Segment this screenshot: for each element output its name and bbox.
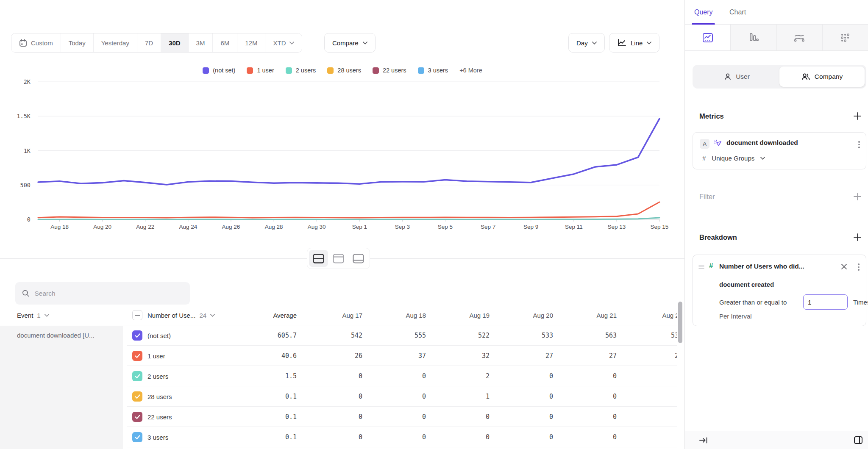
line-chart-tab-icon xyxy=(702,33,713,43)
row-checkbox[interactable] xyxy=(132,330,142,341)
day-value: 26 xyxy=(299,346,362,366)
layout-toggle-group xyxy=(307,248,370,269)
row-label: 1 user xyxy=(147,346,165,366)
segment-company[interactable]: Company xyxy=(779,67,865,87)
y-axis-tick-label: 500 xyxy=(20,182,31,188)
breakdown-event-name: document created xyxy=(719,281,774,288)
segment-user[interactable]: User xyxy=(694,67,779,87)
row-label: 22 users xyxy=(147,407,172,427)
metric-card[interactable]: A document downloaded # Unique Groups xyxy=(693,132,866,169)
chevron-down-icon xyxy=(760,157,765,160)
layout-toggle-chart-only[interactable] xyxy=(329,250,348,267)
day-value: 0 xyxy=(299,427,362,447)
group-column-header[interactable]: Number of Use... 24 xyxy=(147,305,215,325)
day-value: 28 xyxy=(619,346,677,366)
day-value: 0 xyxy=(299,386,362,407)
row-label: (not set) xyxy=(147,325,171,346)
chart-type-tab-grid[interactable] xyxy=(823,25,868,50)
metric-options-kebab[interactable] xyxy=(858,141,860,148)
add-metric-button[interactable] xyxy=(853,111,862,121)
metrics-heading: Metrics xyxy=(699,112,724,120)
table-row: 1 user40.6263732272728 xyxy=(0,346,677,366)
row-checkbox[interactable] xyxy=(132,351,142,361)
day-value: 536 xyxy=(619,325,677,346)
indeterminate-checkbox-icon xyxy=(132,310,142,320)
table-search xyxy=(15,282,190,305)
vertical-scrollbar[interactable] xyxy=(678,302,682,343)
close-icon[interactable] xyxy=(841,263,847,270)
event-sparkle-icon xyxy=(713,139,722,148)
filter-heading: Filter xyxy=(699,193,715,201)
group-type-segmented-control: User Company xyxy=(693,65,866,89)
select-all-checkbox[interactable] xyxy=(132,305,142,325)
x-axis-tick-label: Sep 1 xyxy=(352,224,367,230)
chart-type-tab-bar-chart[interactable] xyxy=(731,25,776,50)
add-filter-button[interactable] xyxy=(853,192,862,201)
table-header-row: Event 1 Number of Use... 24 Average Aug … xyxy=(0,305,677,325)
chart-type-tab-bar xyxy=(685,25,868,51)
search-input[interactable] xyxy=(35,290,183,297)
day-value: 0 xyxy=(299,407,362,427)
row-checkbox[interactable] xyxy=(132,432,142,442)
x-axis-tick-label: Sep 13 xyxy=(607,224,626,230)
table-row: (not set)605.7542555522533563536 xyxy=(0,325,677,346)
table-row: 28 users0.1001000 xyxy=(0,386,677,407)
x-axis-tick-label: Sep 3 xyxy=(395,224,410,230)
check-icon xyxy=(135,394,140,399)
day-value: 0 xyxy=(490,407,553,427)
row-checkbox[interactable] xyxy=(132,412,142,422)
table-row: 3 users0.1000000 xyxy=(0,427,677,447)
tab-chart-label: Chart xyxy=(729,8,746,16)
table-body: (not set)605.75425555225335635361 user40… xyxy=(0,325,677,449)
collapse-panel-icon[interactable] xyxy=(699,437,708,444)
day-column-header: Aug 18 xyxy=(362,305,426,325)
day-value: 0 xyxy=(619,366,677,386)
side-panel-icon[interactable] xyxy=(854,436,863,444)
row-divider xyxy=(127,447,677,447)
metric-badge: A xyxy=(700,139,709,149)
plus-icon xyxy=(853,192,862,201)
average-header-label: Average xyxy=(273,312,297,319)
check-icon xyxy=(135,435,140,440)
day-value: 563 xyxy=(553,325,617,346)
layout-toggle-split[interactable] xyxy=(309,250,328,267)
breakdown-value-input[interactable] xyxy=(803,294,848,310)
x-axis-tick-label: Aug 26 xyxy=(222,224,240,230)
day-value: 37 xyxy=(362,346,426,366)
aggregation-dropdown[interactable]: # Unique Groups xyxy=(702,155,765,162)
tab-chart[interactable]: Chart xyxy=(729,0,746,25)
row-checkbox[interactable] xyxy=(132,391,142,402)
add-breakdown-button[interactable] xyxy=(853,233,862,242)
layout-toggle-table-only[interactable] xyxy=(349,250,368,267)
drag-handle-icon[interactable] xyxy=(698,264,704,269)
check-icon xyxy=(135,354,140,358)
row-checkbox[interactable] xyxy=(132,371,142,381)
panel-footer xyxy=(685,431,868,449)
average-value: 1.5 xyxy=(229,366,297,386)
day-value: 0 xyxy=(553,386,617,407)
tab-query-label: Query xyxy=(694,8,713,16)
day-value: 0 xyxy=(553,407,617,427)
row-label: 2 users xyxy=(147,366,168,386)
chart-type-tab-line[interactable] xyxy=(685,25,731,50)
event-header-label: Event xyxy=(17,312,33,319)
row-label: 28 users xyxy=(147,386,172,407)
average-value: 0.1 xyxy=(229,427,297,447)
breakdown-condition-label: Greater than or equal to xyxy=(719,299,787,306)
day-column-header: Aug 17 xyxy=(299,305,362,325)
day-value: 0 xyxy=(490,386,553,407)
day-value: 0 xyxy=(490,427,553,447)
day-column-header: Aug 21 xyxy=(553,305,617,325)
dot-grid-tab-icon xyxy=(840,33,850,43)
breakdown-options-kebab[interactable] xyxy=(858,263,860,271)
tab-query[interactable]: Query xyxy=(694,0,713,25)
day-value: 555 xyxy=(362,325,426,346)
panel-tab-bar: Query Chart xyxy=(685,0,868,25)
average-column-header: Average xyxy=(229,305,297,325)
x-axis-tick-label: Sep 5 xyxy=(438,224,453,230)
table-row: 2 users1.5002000 xyxy=(0,366,677,386)
chart-type-tab-stream[interactable] xyxy=(777,25,823,50)
event-column-header[interactable]: Event 1 xyxy=(17,305,49,325)
day-value: 0 xyxy=(362,427,426,447)
line-chart: 05001K1.5K2KAug 18Aug 20Aug 22Aug 24Aug … xyxy=(0,0,682,237)
